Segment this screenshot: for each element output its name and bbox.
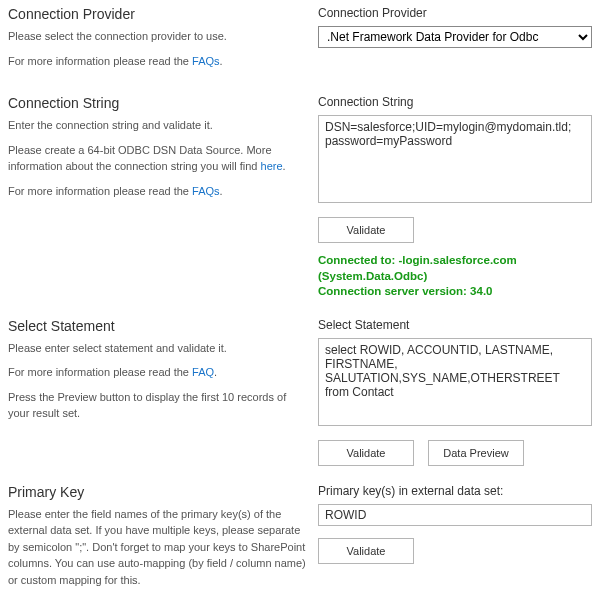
connstr-textarea[interactable]	[318, 115, 592, 203]
connstr-status: Connected to: -login.salesforce.com (Sys…	[318, 253, 592, 300]
connstr-validate-button[interactable]: Validate	[318, 217, 414, 243]
connstr-note: Please create a 64-bit ODBC DSN Data Sou…	[8, 142, 308, 175]
select-textarea[interactable]	[318, 338, 592, 426]
provider-more-info: For more information please read the FAQ…	[8, 53, 308, 70]
select-more-info: For more information please read the FAQ…	[8, 364, 308, 381]
connstr-title: Connection String	[8, 95, 308, 111]
pk-title: Primary Key	[8, 484, 308, 500]
provider-desc: Please select the connection provider to…	[8, 28, 308, 45]
select-title: Select Statement	[8, 318, 308, 334]
pk-validate-button[interactable]: Validate	[318, 538, 414, 564]
provider-title: Connection Provider	[8, 6, 308, 22]
connstr-desc: Enter the connection string and validate…	[8, 117, 308, 134]
pk-input[interactable]	[318, 504, 592, 526]
select-data-preview-button[interactable]: Data Preview	[428, 440, 524, 466]
select-preview-note: Press the Preview button to display the …	[8, 389, 308, 422]
select-validate-button[interactable]: Validate	[318, 440, 414, 466]
pk-desc: Please enter the field names of the prim…	[8, 506, 308, 589]
connstr-here-link[interactable]: here	[261, 160, 283, 172]
connstr-field-label: Connection String	[318, 95, 592, 109]
provider-select[interactable]: .Net Framework Data Provider for Odbc	[318, 26, 592, 48]
connstr-faqs-link[interactable]: FAQs	[192, 185, 220, 197]
select-field-label: Select Statement	[318, 318, 592, 332]
connstr-more-info: For more information please read the FAQ…	[8, 183, 308, 200]
provider-field-label: Connection Provider	[318, 6, 592, 20]
provider-faqs-link[interactable]: FAQs	[192, 55, 220, 67]
pk-field-label: Primary key(s) in external data set:	[318, 484, 592, 498]
select-desc: Please enter select statement and valida…	[8, 340, 308, 357]
select-faq-link[interactable]: FAQ	[192, 366, 214, 378]
